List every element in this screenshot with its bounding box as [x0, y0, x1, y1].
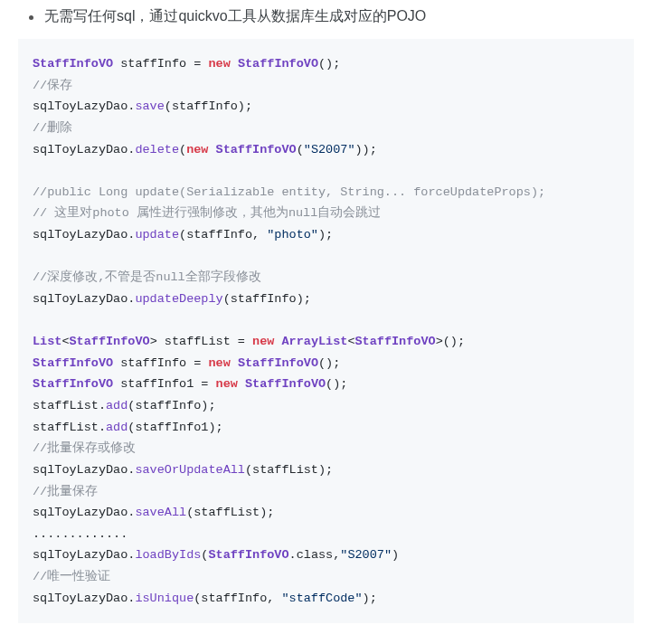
code-keyword: new — [216, 377, 238, 391]
code-text: (staffInfo, — [194, 592, 281, 605]
bullet-item: 无需写任何sql，通过quickvo工具从数据库生成对应的POJO — [18, 7, 634, 26]
code-keyword: new — [252, 335, 274, 348]
code-text: < — [61, 335, 69, 348]
code-comment: //保存 — [33, 79, 72, 92]
bullet-dot-icon — [29, 15, 33, 20]
code-text: < — [347, 335, 354, 348]
code-type: StaffInfoVO — [70, 335, 150, 348]
code-text: )); — [355, 143, 377, 156]
code-method: saveOrUpdateAll — [135, 463, 245, 477]
code-type: ArrayList — [281, 335, 347, 348]
code-comment: // 这里对photo 属性进行强制修改，其他为null自动会跳过 — [33, 206, 381, 220]
code-text: sqlToyLazyDao. — [33, 292, 135, 306]
code-method: delete — [135, 143, 179, 156]
code-text: staffList. — [33, 421, 106, 434]
code-text: >(); — [436, 335, 465, 348]
code-text: = — [238, 335, 252, 348]
code-text: (); — [318, 356, 340, 370]
code-type: List — [33, 335, 61, 348]
code-text: = — [201, 377, 215, 391]
code-method: updateDeeply — [135, 292, 222, 306]
code-comment: //批量保存 — [33, 485, 98, 498]
code-text: (staffInfo); — [128, 399, 215, 412]
code-text: (staffInfo, — [179, 228, 267, 242]
code-text: staffInfo1 — [113, 377, 201, 391]
code-text — [231, 356, 238, 370]
page-container: 无需写任何sql，通过quickvo工具从数据库生成对应的POJO StaffI… — [0, 7, 652, 623]
code-text: .class, — [289, 548, 341, 562]
code-text: ............. — [33, 527, 128, 541]
code-text — [238, 377, 245, 391]
code-keyword: new — [186, 143, 208, 156]
code-text: (); — [326, 377, 347, 391]
code-block: StaffInfoVO staffInfo = new StaffInfoVO(… — [18, 39, 634, 623]
bullet-text: 无需写任何sql，通过quickvo工具从数据库生成对应的POJO — [44, 7, 426, 26]
code-text: (staffList); — [186, 506, 274, 519]
code-method: saveAll — [135, 506, 186, 519]
code-string: "S2007" — [304, 143, 355, 156]
code-method: add — [106, 421, 128, 434]
code-text: ( — [297, 143, 304, 156]
code-text: staffInfo — [113, 57, 194, 71]
code-text: staffList. — [33, 399, 106, 412]
code-text: (staffInfo1); — [128, 421, 222, 434]
code-type: StaffInfoVO — [216, 143, 297, 156]
code-string: "staffCode" — [281, 592, 362, 605]
code-text: sqlToyLazyDao. — [33, 463, 135, 477]
code-text: sqlToyLazyDao. — [33, 228, 135, 242]
code-text: ) — [392, 548, 399, 562]
code-comment: //删除 — [33, 121, 72, 135]
code-text: sqlToyLazyDao. — [33, 143, 135, 156]
code-type: StaffInfoVO — [238, 356, 318, 370]
code-method: save — [135, 99, 164, 113]
code-text: (); — [318, 57, 340, 71]
code-type: StaffInfoVO — [238, 57, 318, 71]
code-text — [231, 57, 238, 71]
code-text: = — [194, 356, 208, 370]
code-comment: //public Long update(Serializable entity… — [33, 185, 545, 199]
code-text: sqlToyLazyDao. — [33, 506, 135, 519]
code-text: = — [194, 57, 208, 71]
code-comment: //唯一性验证 — [33, 570, 110, 583]
code-text: (staffList); — [245, 463, 333, 477]
code-text: ); — [318, 228, 333, 242]
code-string: "S2007" — [340, 548, 392, 562]
code-comment: //深度修改,不管是否null全部字段修改 — [33, 270, 261, 284]
code-text: (staffInfo); — [165, 99, 252, 113]
code-keyword: new — [208, 356, 230, 370]
code-text: ( — [179, 143, 186, 156]
code-text: sqlToyLazyDao. — [33, 592, 135, 605]
code-type: StaffInfoVO — [355, 335, 436, 348]
code-type: StaffInfoVO — [208, 548, 288, 562]
code-text: > staffList — [150, 335, 238, 348]
code-type: StaffInfoVO — [33, 377, 113, 391]
code-text — [208, 143, 215, 156]
code-type: StaffInfoVO — [33, 356, 113, 370]
code-method: add — [106, 399, 128, 412]
code-method: loadByIds — [135, 548, 201, 562]
code-string: "photo" — [267, 228, 318, 242]
code-method: update — [135, 228, 179, 242]
code-type: StaffInfoVO — [33, 57, 113, 71]
code-comment: //批量保存或修改 — [33, 441, 136, 455]
code-text: (staffInfo); — [223, 292, 311, 306]
code-text: ); — [363, 592, 377, 605]
code-method: isUnique — [135, 592, 194, 605]
code-keyword: new — [208, 57, 230, 71]
code-text: sqlToyLazyDao. — [33, 548, 135, 562]
code-text: staffInfo — [113, 356, 194, 370]
code-type: StaffInfoVO — [245, 377, 326, 391]
code-text: sqlToyLazyDao. — [33, 99, 135, 113]
